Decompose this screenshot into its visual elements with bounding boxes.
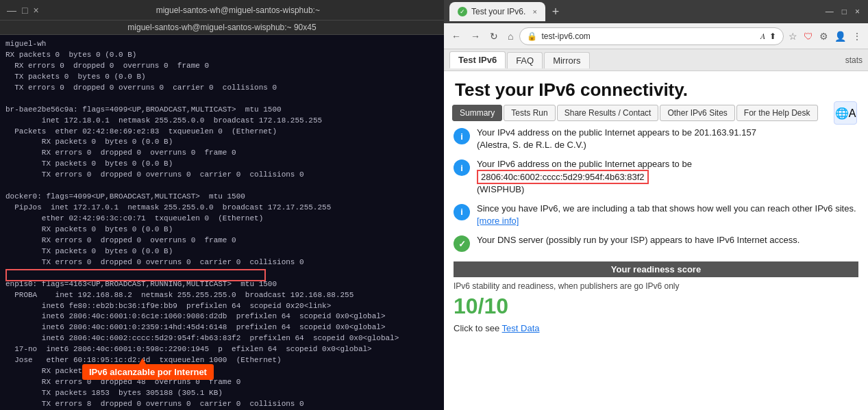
tab-tests-run[interactable]: Tests Run: [504, 105, 555, 121]
share-icon[interactable]: ⬆: [769, 31, 776, 41]
page-title: Test your IPv6 connectivity.: [444, 71, 868, 105]
result-ipv6-text: Your IPv6 address on the public Internet…: [477, 158, 692, 196]
forward-button[interactable]: →: [467, 28, 484, 44]
profile-icon[interactable]: 👤: [832, 29, 848, 43]
ipv6-address: 2806:40c:6002:cccc:5d29:954f:4b63:83f2: [477, 170, 649, 184]
terminal-subtitle: miguel-santos-wh@miguel-santos-wisphub:~…: [0, 21, 444, 35]
lock-icon: 🔒: [527, 31, 537, 41]
tab-favicon: ✓: [458, 7, 467, 16]
address-bar[interactable]: 🔒 test-ipv6.com 𝐴 ⬆: [519, 27, 784, 45]
translate-overlay-icon[interactable]: 🌐A: [834, 101, 857, 125]
terminal-window: — □ × miguel-santos-wh@miguel-santos-wis…: [0, 0, 444, 410]
browser-window: ✓ Test your IPv6. × + — □ × ← → ↻ ⌂ 🔒 te…: [444, 0, 868, 410]
terminal-title: miguel-santos-wh@miguel-santos-wisphub:~: [39, 5, 437, 15]
nav-icons: ☆ 🛡 ⚙ 👤 ⋮: [786, 29, 864, 43]
translate-icon[interactable]: 𝐴: [760, 31, 765, 41]
info-icon-1: i: [454, 128, 470, 144]
test-data-label: Click to see: [454, 323, 499, 333]
result-ipv6-tab-info: i Since you have IPv6, we are including …: [454, 203, 858, 227]
shield-icon[interactable]: 🛡: [802, 29, 815, 43]
site-tab-mirrors[interactable]: Mirrors: [544, 52, 589, 68]
close-icon[interactable]: ×: [33, 5, 38, 16]
terminal-window-controls[interactable]: — □ ×: [7, 5, 39, 16]
bookmark-icon[interactable]: ☆: [786, 29, 799, 43]
browser-minimize[interactable]: —: [823, 5, 836, 18]
test-data-link[interactable]: Test Data: [502, 323, 540, 333]
new-tab-button[interactable]: +: [552, 5, 560, 19]
readiness-bar: Your readiness score: [454, 261, 858, 277]
minimize-icon[interactable]: —: [7, 5, 16, 16]
info-icon-3: i: [454, 204, 470, 220]
site-tab-faq[interactable]: FAQ: [507, 52, 543, 68]
result-dns: ✓ Your DNS server (possibly run by your …: [454, 234, 858, 252]
readiness-text: IPv6 stability and readiness, when publi…: [454, 280, 858, 292]
check-icon: ✓: [454, 235, 470, 252]
content-tabs: Summary Tests Run Share Results / Contac…: [444, 105, 868, 121]
browser-navbar: ← → ↻ ⌂ 🔒 test-ipv6.com 𝐴 ⬆ ☆ 🛡 ⚙ 👤 ⋮: [444, 23, 868, 49]
result-ipv4-text: Your IPv4 address on the public Internet…: [477, 127, 756, 151]
back-button[interactable]: ←: [448, 28, 464, 44]
terminal-titlebar: — □ × miguel-santos-wh@miguel-santos-wis…: [0, 0, 444, 21]
browser-titlebar: ✓ Test your IPv6. × + — □ ×: [444, 0, 868, 23]
tab-other-ipv6[interactable]: Other IPv6 Sites: [660, 105, 734, 121]
home-button[interactable]: ⌂: [504, 28, 517, 44]
more-info-link[interactable]: [more info]: [477, 216, 519, 226]
menu-icon[interactable]: ⋮: [850, 29, 864, 43]
score-display: 10/10: [454, 292, 858, 320]
browser-maximize[interactable]: □: [839, 5, 850, 18]
tab-close-button[interactable]: ×: [532, 8, 536, 16]
result-ipv6: i Your IPv6 address on the public Intern…: [454, 158, 858, 196]
extensions-icon[interactable]: ⚙: [817, 29, 830, 43]
browser-content: Test IPv6 FAQ Mirrors stats Test your IP…: [444, 49, 868, 410]
browser-tab-active[interactable]: ✓ Test your IPv6. ×: [449, 2, 545, 21]
result-ipv6-tab-text: Since you have IPv6, we are including a …: [477, 203, 858, 227]
ipv6-label: IPv6 alcanzable por Internet: [82, 364, 214, 380]
terminal-output: miguel-wh RX packets 0 bytes 0 (0.0 B) R…: [5, 39, 438, 410]
browser-close[interactable]: ×: [852, 5, 863, 18]
info-icon-2: i: [454, 159, 470, 176]
maximize-icon[interactable]: □: [22, 5, 27, 16]
refresh-button[interactable]: ↻: [486, 28, 501, 44]
stats-link[interactable]: stats: [845, 55, 863, 65]
tab-summary[interactable]: Summary: [452, 105, 502, 121]
result-ipv4: i Your IPv4 address on the public Intern…: [454, 127, 858, 151]
test-data-section: Click to see Test Data: [454, 320, 858, 336]
results-area: i Your IPv4 address on the public Intern…: [444, 127, 868, 410]
tab-help-desk[interactable]: For the Help Desk: [736, 105, 818, 121]
site-tab-testipv6[interactable]: Test IPv6: [449, 51, 506, 68]
tab-share-results[interactable]: Share Results / Contact: [557, 105, 659, 121]
site-tabs: Test IPv6 FAQ Mirrors stats: [444, 49, 868, 71]
browser-window-controls: — □ ×: [823, 5, 863, 18]
url-text[interactable]: test-ipv6.com: [541, 31, 756, 41]
tab-title: Test your IPv6.: [471, 7, 525, 16]
terminal-body: miguel-wh RX packets 0 bytes 0 (0.0 B) R…: [0, 35, 444, 410]
result-dns-text: Your DNS server (possibly run by your IS…: [477, 234, 799, 246]
